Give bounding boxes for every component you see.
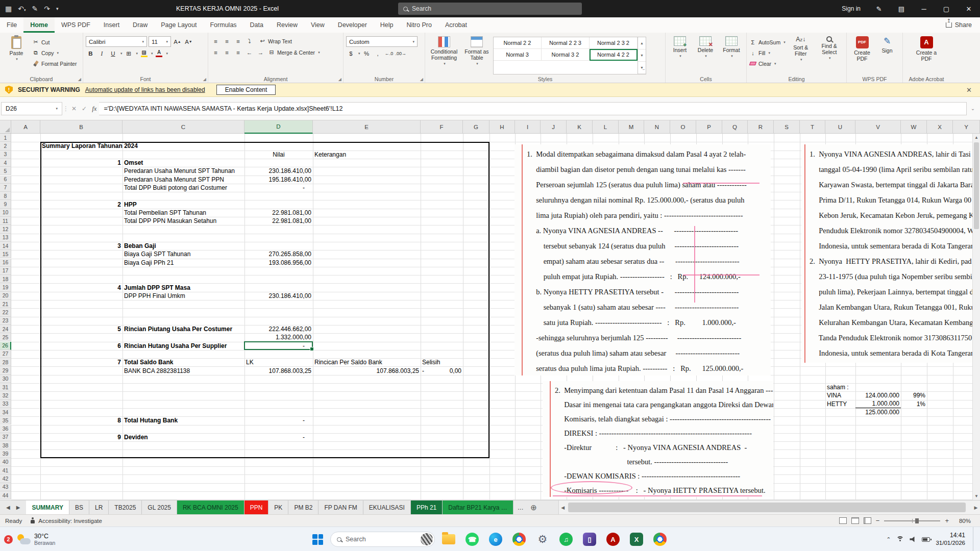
cell-C26[interactable]: Rincian Hutang Usaha Per Supplier	[122, 342, 228, 350]
column-header-M[interactable]: M	[619, 120, 644, 134]
row-header-29[interactable]: 29	[0, 366, 11, 374]
row-header-18[interactable]: 18	[0, 275, 11, 283]
row-header-30[interactable]: 30	[0, 375, 11, 383]
formula-input[interactable]: ='D:\[WEDYATA INTI NAWASENA SAMASTA - Ke…	[99, 102, 967, 115]
column-header-G[interactable]: G	[463, 120, 489, 134]
vertical-scrollbar[interactable]: ▲ ▼	[972, 134, 980, 500]
confirm-entry-icon[interactable]: ✓	[82, 105, 87, 112]
gallery-more-icon[interactable]: ▼̲	[638, 62, 646, 74]
row-header-32[interactable]: 32	[0, 391, 11, 399]
row-header-37[interactable]: 37	[0, 433, 11, 441]
fill-button[interactable]: ↓Fill▾	[749, 48, 786, 58]
conditional-formatting-button[interactable]: Conditional Formatting▾	[428, 35, 460, 74]
column-header-I[interactable]: I	[515, 120, 541, 134]
sheet-tab-rk-bca-omni-2025[interactable]: RK BCA OMNI 2025	[177, 500, 244, 514]
font-dialog-launcher[interactable]: ◢	[203, 77, 206, 82]
delete-cells-button[interactable]: ✕ Delete▾	[694, 35, 717, 74]
cell-style-normal-4-2-2[interactable]: Normal 4 2 2	[590, 49, 638, 61]
borders-icon[interactable]: ⊞	[124, 48, 134, 58]
row-header-41[interactable]: 41	[0, 466, 11, 474]
cell-W33[interactable]: 1%	[901, 400, 927, 408]
zoom-level[interactable]: 80%	[953, 518, 971, 524]
sheet-tab-ekualisasi[interactable]: EKUALISASI	[363, 500, 411, 514]
sheet-nav-right-icon[interactable]: ▶	[16, 505, 20, 510]
row-header-6[interactable]: 6	[0, 176, 11, 184]
column-header-V[interactable]: V	[855, 120, 901, 134]
draw-mode-icon[interactable]: ✎	[868, 0, 890, 17]
column-header-U[interactable]: U	[825, 120, 855, 134]
cell-C14[interactable]: Beban Gaji	[122, 242, 158, 250]
cell-style-normal-2-3-2[interactable]: Normal 2 3 2	[590, 37, 638, 49]
sheet-tab-summary[interactable]: SUMMARY	[26, 500, 69, 514]
row-header-35[interactable]: 35	[0, 416, 11, 424]
cell-C35[interactable]: Total Hutang Bank	[122, 416, 179, 424]
ribbon-tab-help[interactable]: Help	[374, 17, 400, 33]
cell-C20[interactable]: DPP PPH Final Umkm	[122, 292, 187, 300]
row-header-42[interactable]: 42	[0, 474, 11, 483]
sheet-tab-tb2025[interactable]: TB2025	[109, 500, 142, 514]
cell-C29[interactable]: BANK BCA 2882381138	[122, 366, 191, 374]
bold-button[interactable]: B	[86, 48, 95, 58]
show-desktop-button[interactable]	[973, 527, 975, 551]
align-right-icon[interactable]: ≡	[233, 47, 243, 57]
ribbon-tab-draw[interactable]: Draw	[126, 17, 154, 33]
row-header-36[interactable]: 36	[0, 425, 11, 433]
settings-icon[interactable]: ⚙	[536, 533, 549, 546]
battery-icon[interactable]	[922, 537, 930, 542]
page-break-view-icon[interactable]	[864, 517, 871, 524]
cell-D7[interactable]: -	[244, 184, 313, 192]
accounting-format-icon[interactable]: $	[346, 48, 356, 58]
insert-function-icon[interactable]: fx	[92, 105, 96, 113]
row-header-17[interactable]: 17	[0, 267, 11, 275]
cell-C7[interactable]: Total DPP Bukti potong dari Costumer	[122, 184, 229, 192]
cell-D5[interactable]: 230.186.410,00	[244, 167, 313, 175]
cell-C28[interactable]: Total Saldo Bank	[122, 358, 175, 366]
align-bottom-icon[interactable]: ≡	[233, 36, 243, 46]
worksheet-grid[interactable]: 1. Modal ditempatkan sebagaimana dimaksu…	[0, 120, 980, 500]
ribbon-tab-insert[interactable]: Insert	[97, 17, 126, 33]
clear-button[interactable]: Clear▾	[749, 59, 786, 68]
taskbar-weather-widget[interactable]: 2 30°C Berawan	[4, 527, 55, 551]
increase-decimal-icon[interactable]: ←.0	[384, 48, 394, 58]
name-box[interactable]: D26▾	[1, 102, 62, 115]
row-header-27[interactable]: 27	[0, 350, 11, 358]
select-all-corner[interactable]	[0, 120, 11, 134]
wps-sign-button[interactable]: ✎ Sign	[877, 35, 897, 74]
cell-D35[interactable]: -	[244, 416, 313, 424]
row-header-19[interactable]: 19	[0, 283, 11, 291]
spotify-icon[interactable]: ♫	[559, 533, 573, 546]
row-header-12[interactable]: 12	[0, 225, 11, 233]
merge-center-button[interactable]: ⊟Merge & Center▾	[268, 47, 320, 57]
font-size-combo[interactable]: 11▾	[149, 36, 171, 47]
autosum-button[interactable]: ΣAutoSum▾	[749, 37, 786, 47]
format-cells-button[interactable]: Format▾	[719, 35, 744, 74]
ribbon-tab-page-layout[interactable]: Page Layout	[154, 17, 203, 33]
column-header-H[interactable]: H	[489, 120, 515, 134]
zoom-slider-thumb[interactable]	[915, 518, 919, 523]
column-header-T[interactable]: T	[800, 120, 825, 134]
sheet-tab-overflow[interactable]: …	[513, 500, 528, 514]
column-header-P[interactable]: P	[696, 120, 722, 134]
cell-B9[interactable]: 2	[40, 200, 122, 208]
cell-U33[interactable]: HETTY	[825, 400, 848, 408]
align-center-icon[interactable]: ≡	[222, 47, 232, 57]
acrobat-create-pdf-button[interactable]: A Create a PDF	[912, 35, 941, 74]
cell-B26[interactable]: 6	[40, 342, 122, 350]
title-search-box[interactable]: Search	[398, 3, 582, 15]
tray-expand-icon[interactable]: ⌃	[886, 536, 891, 543]
alignment-dialog-launcher[interactable]: ◢	[338, 77, 341, 82]
cell-B35[interactable]: 8	[40, 416, 122, 424]
cell-E3[interactable]: Keterangan	[313, 151, 348, 159]
column-header-B[interactable]: B	[40, 120, 122, 134]
zoom-out-icon[interactable]: −	[876, 517, 880, 524]
sheet-tab-gl-2025[interactable]: GL 2025	[142, 500, 177, 514]
ribbon-tab-review[interactable]: Review	[270, 17, 304, 33]
cell-D16[interactable]: 193.086.956,00	[244, 259, 313, 267]
edge-icon[interactable]: e	[489, 533, 502, 546]
column-header-A[interactable]: A	[11, 120, 40, 134]
row-header-24[interactable]: 24	[0, 325, 11, 333]
sheet-tab-fp-dan-fm[interactable]: FP DAN FM	[318, 500, 363, 514]
row-header-7[interactable]: 7	[0, 184, 11, 192]
cell-D28[interactable]: LK	[244, 358, 255, 366]
cell-C15[interactable]: Biaya Gaji SPT Tahunan	[122, 250, 192, 258]
